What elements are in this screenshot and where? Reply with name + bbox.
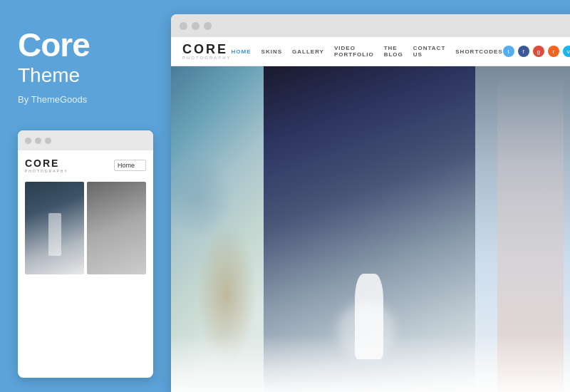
site-logo-sub: PHOTOGRAPHY [182, 56, 232, 60]
theme-title: Core Theme By ThemeGoods [18, 29, 153, 105]
photo-white-dress [264, 66, 475, 392]
mini-dropdown[interactable]: Home [114, 160, 146, 171]
right-panel: CORE PHOTOGRAPHY HOME SKINS GALLERY VIDE… [171, 0, 570, 392]
mini-image-grid [25, 182, 146, 274]
social-icons: t f g r v [503, 46, 570, 57]
mini-img-street [87, 182, 146, 274]
site-logo-main: CORE [182, 43, 232, 56]
nav-the-blog[interactable]: THE BLOG [384, 45, 403, 58]
mini-dot-yellow [35, 138, 41, 144]
mini-logo-text: CORE [25, 158, 68, 169]
website-header: CORE PHOTOGRAPHY HOME SKINS GALLERY VIDE… [171, 37, 570, 66]
facebook-icon[interactable]: f [518, 46, 529, 57]
twitter-icon[interactable]: t [503, 46, 514, 57]
theme-subtitle: Theme [18, 64, 153, 87]
mini-logo-sub: PHOTOGRAPHY [25, 169, 68, 173]
photo-street [475, 66, 570, 392]
photo-col-right [475, 66, 570, 392]
website-content: CORE PHOTOGRAPHY HOME SKINS GALLERY VIDE… [171, 37, 570, 392]
photo-col-left [171, 66, 264, 392]
mini-browser-content: CORE PHOTOGRAPHY Home [18, 150, 153, 274]
mini-dot-red [25, 138, 31, 144]
photo-hair [171, 66, 264, 392]
photo-grid [171, 66, 570, 392]
mini-dot-green [45, 138, 51, 144]
nav-shortcodes[interactable]: SHORTCODES [455, 48, 502, 55]
nav-gallery[interactable]: GALLERY [292, 48, 324, 55]
mini-browser-preview: CORE PHOTOGRAPHY Home [18, 130, 153, 378]
nav-skins[interactable]: SKINS [261, 48, 282, 55]
nav-contact-us[interactable]: CONTACT US [413, 45, 446, 58]
mini-nav: CORE PHOTOGRAPHY Home [25, 158, 146, 173]
vimeo-icon[interactable]: v [563, 46, 570, 57]
site-nav: HOME SKINS GALLERY VIDEO PORTFOLIO THE B… [232, 45, 503, 58]
nav-video-portfolio[interactable]: VIDEO PORTFOLIO [334, 45, 374, 58]
theme-by: By ThemeGoods [18, 94, 153, 105]
nav-home[interactable]: HOME [232, 48, 252, 55]
dot-red [180, 22, 187, 30]
mini-logo: CORE PHOTOGRAPHY [25, 158, 68, 173]
theme-name: Core [18, 29, 153, 61]
dot-green [204, 22, 212, 30]
photo-col-center [264, 66, 475, 392]
browser-bar [171, 14, 570, 37]
mini-browser-bar [18, 130, 153, 150]
left-panel: Core Theme By ThemeGoods CORE PHOTOGRAPH… [0, 0, 171, 392]
site-logo: CORE PHOTOGRAPHY [182, 43, 232, 60]
google-plus-icon[interactable]: g [533, 46, 544, 57]
rss-icon[interactable]: r [548, 46, 559, 57]
browser-window: CORE PHOTOGRAPHY HOME SKINS GALLERY VIDE… [171, 14, 570, 392]
dot-yellow [192, 22, 200, 30]
mini-img-fashion [25, 182, 84, 274]
